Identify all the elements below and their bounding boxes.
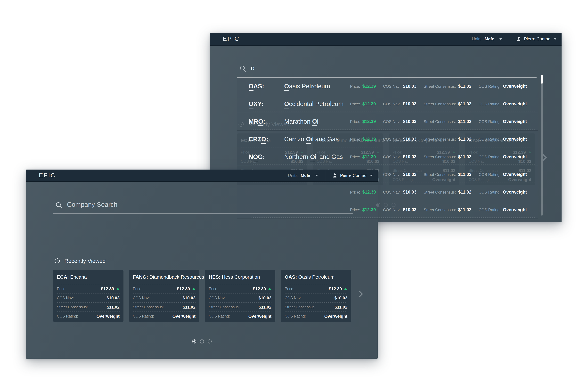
result-metrics: Price:$12.39COS Nav:$10.03Street Consens… — [350, 119, 527, 124]
top-bar-right: Units: Mcfe Pierre Conrad — [472, 33, 562, 45]
scrollbar-thumb[interactable] — [541, 75, 543, 84]
company-card[interactable]: FANG: Diamondback Resources Price:$12.39… — [129, 270, 200, 322]
search-result-row[interactable]: NOG: Northern Oil and Gas Price:$12.39CO… — [237, 148, 538, 166]
results-scrollbar[interactable] — [541, 75, 543, 216]
top-bar: EPIC Units: Mcfe Pierre Conrad — [26, 170, 378, 182]
search-icon — [55, 202, 63, 209]
app-logo: EPIC — [39, 172, 56, 179]
result-company-name: Northern Oil and Gas — [284, 153, 343, 160]
search-bar — [210, 46, 562, 78]
card-metric-row: COS Rating:Overweight — [209, 312, 272, 320]
carousel-dots — [26, 340, 378, 344]
card-metric-row: Street Consensus:$11.02 — [133, 302, 196, 312]
card-metric-row: COS Rating:Overweight — [285, 312, 348, 320]
top-bar-divider — [325, 170, 325, 181]
company-search-input[interactable] — [67, 199, 312, 210]
recently-viewed-title: Recently Viewed — [64, 258, 106, 264]
carousel-dot[interactable] — [208, 340, 212, 344]
triangle-up-icon — [116, 288, 120, 290]
card-metric-row: Price:$12.39 — [133, 284, 196, 293]
card-title: ECA: Encana — [57, 270, 120, 284]
triangle-up-icon — [192, 288, 196, 290]
result-ticker: CRZO: — [248, 136, 284, 143]
result-ticker: OXY: — [248, 100, 284, 108]
card-metric-row: Street Consensus:$11.02 — [285, 302, 348, 312]
app-logo: EPIC — [223, 36, 240, 42]
units-dropdown[interactable]: Units: Mcfe — [288, 173, 318, 178]
card-metric-row: Street Consensus:$11.02 — [209, 302, 272, 312]
company-card[interactable]: ECA: Encana Price:$12.39 COS Nav:$10.03 … — [53, 270, 124, 322]
result-company-name: Occidental Petroleum — [284, 100, 344, 108]
chevron-down-icon — [554, 38, 557, 40]
result-ticker: MRO: — [248, 118, 284, 125]
card-metric-row: Street Consensus:$11.02 — [57, 302, 120, 312]
search-icon — [239, 65, 247, 72]
top-bar-divider — [509, 33, 509, 45]
search-result-row[interactable]: OXY: Occidental Petroleum Price:$12.39CO… — [237, 95, 538, 113]
search-bar — [26, 182, 378, 215]
units-value: Mcfe — [484, 36, 494, 42]
text-cursor — [257, 62, 257, 72]
result-ticker: OAS: — [248, 83, 284, 90]
card-metric-row: COS Rating:Overweight — [133, 312, 196, 320]
units-label: Units: — [288, 173, 298, 178]
chevron-down-icon — [370, 174, 373, 176]
result-metrics: Price:$12.39COS Nav:$10.03Street Consens… — [350, 102, 527, 106]
chevron-right-icon — [356, 290, 364, 298]
result-ticker: NOG: — [248, 153, 284, 160]
history-clock-icon — [54, 258, 60, 264]
card-title: HES: Hess Corporation — [209, 270, 272, 284]
card-metric-row: COS Nav:$10.03 — [209, 293, 272, 302]
search-result-row[interactable]: MRO: Marathon Oil Price:$12.39COS Nav:$1… — [237, 113, 538, 130]
carousel-dot-active[interactable] — [192, 340, 196, 344]
card-metric-row: COS Nav:$10.03 — [133, 293, 196, 302]
card-metric-row: Price:$12.39 — [285, 284, 348, 293]
recently-viewed-header: Recently Viewed — [54, 258, 106, 264]
result-metrics: Price:$12.39COS Nav:$10.03Street Consens… — [350, 84, 527, 89]
top-bar: EPIC Units: Mcfe Pierre Conrad — [210, 33, 562, 46]
search-underline — [53, 214, 353, 214]
epic-window-home: EPIC Units: Mcfe Pierre Conrad — [26, 170, 378, 359]
card-metric-row: Price:$12.39 — [209, 284, 272, 293]
company-card[interactable]: OAS: Oasis Petroleum Price:$12.39 COS Na… — [281, 270, 351, 322]
person-icon — [516, 36, 521, 42]
window-content: Recently Viewed ECA: Encana Price:$12.39… — [26, 182, 378, 359]
chevron-down-icon — [315, 174, 318, 176]
user-menu[interactable]: Pierre Conrad — [332, 173, 373, 178]
units-value: Mcfe — [301, 173, 310, 178]
result-company-name: Oasis Petroleum — [284, 83, 330, 90]
person-icon — [332, 173, 338, 178]
units-label: Units: — [472, 36, 482, 42]
search-underline — [237, 77, 537, 78]
company-search-input[interactable] — [250, 62, 496, 73]
search-result-row[interactable]: OAS: Oasis Petroleum Price:$12.39COS Nav… — [237, 78, 538, 95]
card-metric-row: Price:$12.39 — [57, 284, 120, 293]
card-title: OAS: Oasis Petroleum — [285, 270, 348, 284]
card-metric-row: COS Rating:Overweight — [57, 312, 120, 320]
recently-viewed-cards: ECA: Encana Price:$12.39 COS Nav:$10.03 … — [53, 270, 351, 322]
units-dropdown[interactable]: Units: Mcfe — [472, 36, 502, 42]
user-name: Pierre Conrad — [340, 173, 366, 178]
top-bar-right: Units: Mcfe Pierre Conrad — [288, 170, 378, 181]
triangle-up-icon — [344, 288, 348, 290]
company-card[interactable]: HES: Hess Corporation Price:$12.39 COS N… — [205, 270, 276, 322]
result-metrics: Price:$12.39COS Nav:$10.03Street Consens… — [350, 137, 527, 142]
carousel-dot[interactable] — [200, 340, 204, 344]
carousel-next-button[interactable] — [356, 290, 364, 298]
triangle-up-icon — [268, 288, 272, 290]
user-name: Pierre Conrad — [524, 36, 550, 42]
card-metric-row: COS Nav:$10.03 — [57, 293, 120, 302]
result-company-name: Marathon Oil — [284, 118, 320, 125]
result-company-name: Carrizo Oil and Gas — [284, 136, 339, 143]
chevron-down-icon — [499, 38, 502, 40]
search-result-row[interactable]: CRZO: Carrizo Oil and Gas Price:$12.39CO… — [237, 130, 538, 148]
result-metrics: Price:$12.39COS Nav:$10.03Street Consens… — [350, 154, 527, 160]
user-menu[interactable]: Pierre Conrad — [516, 36, 557, 42]
card-title: FANG: Diamondback Resources — [133, 270, 196, 284]
card-metric-row: COS Nav:$10.03 — [285, 293, 348, 302]
